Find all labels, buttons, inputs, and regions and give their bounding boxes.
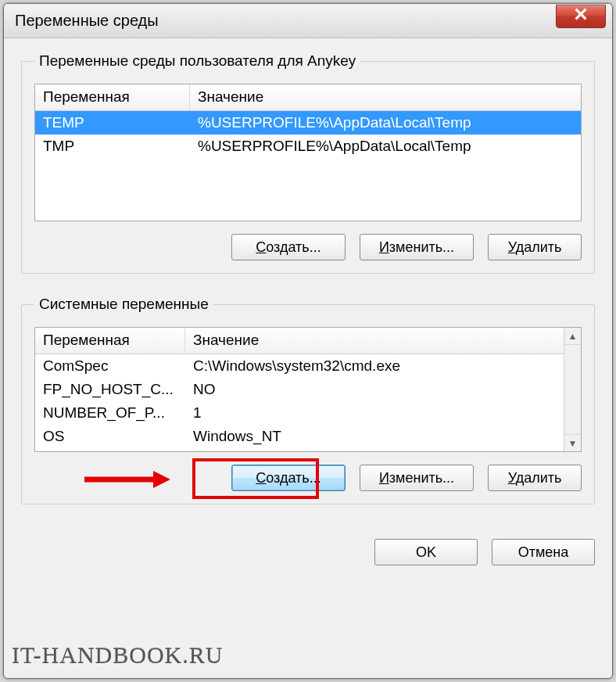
scroll-up-icon[interactable]: ▲ xyxy=(564,328,581,345)
user-vars-table[interactable]: Переменная Значение TEMP %USERPROFILE%\A… xyxy=(34,84,582,221)
ok-button[interactable]: OK xyxy=(374,539,478,565)
cell-name: NUMBER_OF_P... xyxy=(35,403,185,423)
col-value[interactable]: Значение xyxy=(190,84,581,110)
table-row[interactable]: FP_NO_HOST_C... NO xyxy=(35,378,581,401)
arrow-annotation-icon xyxy=(84,468,170,495)
system-vars-table[interactable]: Переменная Значение ComSpec C:\Windows\s… xyxy=(34,327,582,452)
watermark: IT-HANDBOOK.RU xyxy=(12,642,223,669)
dialog-footer: OK Отмена xyxy=(4,539,612,575)
system-delete-button[interactable]: Удалить xyxy=(488,465,582,491)
system-edit-button[interactable]: Изменить... xyxy=(360,465,474,491)
cell-name: ComSpec xyxy=(35,356,185,376)
cell-value: C:\Windows\system32\cmd.exe xyxy=(185,356,581,376)
cell-name: FP_NO_HOST_C... xyxy=(35,379,185,400)
user-vars-group: Переменные среды пользователя для Anykey… xyxy=(21,52,595,274)
col-variable[interactable]: Переменная xyxy=(35,328,185,354)
user-edit-button[interactable]: Изменить... xyxy=(360,234,474,260)
titlebar: Переменные среды xyxy=(4,4,612,38)
cell-name: OS xyxy=(35,426,185,447)
cell-value: 1 xyxy=(185,403,581,423)
cancel-button[interactable]: Отмена xyxy=(492,539,595,565)
scroll-down-icon[interactable]: ▼ xyxy=(564,434,581,451)
col-variable[interactable]: Переменная xyxy=(35,84,190,110)
table-header: Переменная Значение xyxy=(35,328,581,354)
system-vars-buttons: Создать... Изменить... Удалить xyxy=(34,465,582,491)
system-vars-group: Системные переменные Переменная Значение… xyxy=(21,296,595,504)
table-row[interactable]: TEMP %USERPROFILE%\AppData\Local\Temp xyxy=(35,111,581,135)
table-row[interactable]: ComSpec C:\Windows\system32\cmd.exe xyxy=(35,354,581,378)
cell-value: %USERPROFILE%\AppData\Local\Temp xyxy=(190,136,581,156)
cell-value: Windows_NT xyxy=(185,426,581,447)
user-create-button[interactable]: Создать... xyxy=(231,234,346,260)
close-icon xyxy=(575,8,587,24)
table-row[interactable]: TMP %USERPROFILE%\AppData\Local\Temp xyxy=(35,135,581,158)
cell-name: TMP xyxy=(35,136,190,156)
user-vars-buttons: Создать... Изменить... Удалить xyxy=(34,234,582,260)
window-title: Переменные среды xyxy=(15,12,159,30)
system-vars-legend: Системные переменные xyxy=(34,296,213,313)
scrollbar[interactable]: ▲ ▼ xyxy=(564,328,581,451)
table-header: Переменная Значение xyxy=(35,84,581,111)
svg-marker-1 xyxy=(153,471,170,488)
cell-value: NO xyxy=(185,379,581,400)
table-row[interactable]: NUMBER_OF_P... 1 xyxy=(35,401,581,425)
cell-value: %USERPROFILE%\AppData\Local\Temp xyxy=(190,113,581,133)
user-vars-legend: Переменные среды пользователя для Anykey xyxy=(34,52,360,70)
col-value[interactable]: Значение xyxy=(185,328,581,354)
cell-name: TEMP xyxy=(35,113,190,133)
close-button[interactable] xyxy=(556,5,606,28)
table-row[interactable]: OS Windows_NT xyxy=(35,425,581,448)
system-create-button[interactable]: Создать... xyxy=(231,465,346,491)
env-vars-dialog: Переменные среды Переменные среды пользо… xyxy=(3,3,613,679)
user-delete-button[interactable]: Удалить xyxy=(488,234,582,260)
